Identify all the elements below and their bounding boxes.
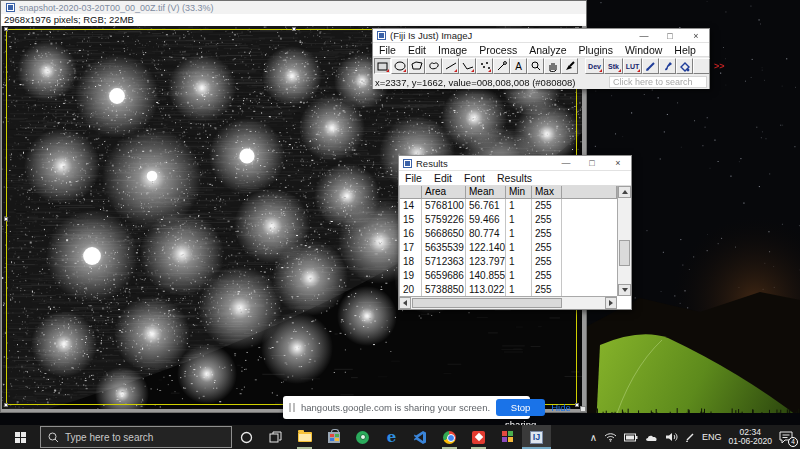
sharing-message: hangouts.google.com is sharing your scre… — [301, 402, 490, 413]
vertical-scroll-thumb[interactable] — [619, 240, 630, 266]
menu-file[interactable]: File — [399, 171, 428, 185]
language-indicator[interactable]: ENG — [702, 432, 722, 442]
speaker-icon[interactable] — [666, 432, 678, 442]
scroll-left-button[interactable] — [399, 297, 411, 309]
oval-tool[interactable] — [391, 58, 408, 74]
rectangle-tool[interactable] — [374, 58, 391, 74]
menu-edit[interactable]: Edit — [402, 43, 432, 57]
dev-tool-switch[interactable]: Dev — [585, 58, 604, 74]
edge-icon: e — [387, 430, 397, 444]
table-row[interactable]: 16566865080.7741255 — [400, 227, 617, 241]
menu-window[interactable]: Window — [619, 43, 668, 57]
lut-tool-switch[interactable]: LUT — [623, 58, 642, 74]
clock-date: 01-06-2020 — [729, 437, 772, 447]
col-area[interactable]: Area — [422, 186, 466, 199]
vscode-icon — [414, 431, 427, 444]
table-row[interactable]: 205738850113.0221255 — [400, 283, 617, 296]
stop-sharing-button[interactable]: Stop sharing — [496, 399, 545, 416]
microsoft-store-button[interactable] — [319, 425, 348, 449]
angle-tool[interactable] — [459, 58, 476, 74]
menu-plugins[interactable]: Plugins — [573, 43, 619, 57]
image-window-titlebar[interactable]: snapshot-2020-03-20T00_00_00Z.tif (V) (3… — [1, 1, 586, 14]
menu-file[interactable]: File — [373, 43, 402, 57]
color-picker-tool[interactable] — [561, 58, 578, 74]
red-app-button[interactable] — [464, 425, 493, 449]
minimize-button[interactable]: — — [631, 29, 657, 42]
results-menubar: File Edit Font Results — [399, 171, 631, 186]
table-row[interactable]: 15575922659.4661255 — [400, 213, 617, 227]
scroll-down-button[interactable] — [618, 284, 631, 296]
desktop: snapshot-2020-03-20T00_00_00Z.tif (V) (3… — [0, 0, 800, 449]
green-app-button[interactable] — [348, 425, 377, 449]
hide-button[interactable]: Hide — [551, 402, 571, 413]
text-tool[interactable]: A — [510, 58, 527, 74]
menu-font[interactable]: Font — [458, 171, 491, 185]
file-explorer-button[interactable] — [290, 425, 319, 449]
menu-analyze[interactable]: Analyze — [523, 43, 572, 57]
chrome-button[interactable] — [435, 425, 464, 449]
tray-chevron-up-icon[interactable]: ∧ — [590, 432, 597, 443]
battery-icon[interactable] — [624, 433, 638, 442]
menu-help[interactable]: Help — [668, 43, 702, 57]
fiji-search-input[interactable]: Click here to search — [609, 76, 707, 88]
office-app-button[interactable] — [493, 425, 522, 449]
action-center-button[interactable]: 4 — [779, 430, 794, 444]
horizontal-scrollbar[interactable] — [399, 296, 617, 309]
menu-results[interactable]: Results — [491, 171, 538, 185]
line-tool[interactable] — [442, 58, 459, 74]
col-max[interactable]: Max — [532, 186, 562, 199]
close-button[interactable]: × — [683, 29, 709, 42]
empty-tool-slot[interactable] — [693, 58, 710, 74]
menu-image[interactable]: Image — [432, 43, 473, 57]
results-titlebar[interactable]: Results — □ × — [399, 156, 631, 171]
flood-fill-tool[interactable] — [676, 58, 693, 74]
results-window[interactable]: Results — □ × File Edit Font Results Are… — [398, 155, 632, 310]
freehand-tool[interactable] — [425, 58, 442, 74]
imagej-window-icon — [6, 3, 15, 12]
stack-tool-switch[interactable]: Stk — [604, 58, 623, 74]
vertical-scrollbar[interactable] — [617, 186, 631, 296]
close-button[interactable]: × — [605, 156, 631, 170]
pencil-tool[interactable] — [642, 58, 659, 74]
windows-taskbar: Type here to search e — [0, 425, 800, 449]
scroll-up-button[interactable] — [618, 186, 631, 198]
drag-handle-icon[interactable] — [289, 403, 295, 412]
fiji-titlebar[interactable]: (Fiji Is Just) ImageJ — □ × — [373, 29, 709, 43]
table-row[interactable]: 175635539122.1401255 — [400, 241, 617, 255]
col-min[interactable]: Min — [506, 186, 532, 199]
onedrive-cloud-icon[interactable] — [645, 433, 659, 442]
table-row[interactable]: 185712363123.7971255 — [400, 255, 617, 269]
task-view-button[interactable] — [261, 425, 290, 449]
horizontal-scroll-thumb[interactable] — [412, 298, 562, 308]
file-explorer-icon — [298, 432, 312, 442]
wifi-icon[interactable] — [604, 432, 617, 442]
paintbrush-tool[interactable] — [659, 58, 676, 74]
pen-icon[interactable] — [685, 432, 695, 442]
maximize-button[interactable]: □ — [579, 156, 605, 170]
window-resize-grip[interactable] — [580, 406, 586, 412]
zoom-tool[interactable] — [527, 58, 544, 74]
imagej-taskbar-button[interactable]: IJ — [522, 425, 551, 449]
minimize-button[interactable]: — — [553, 156, 579, 170]
table-row[interactable]: 14576810056.7611255 — [400, 199, 617, 213]
vscode-button[interactable] — [406, 425, 435, 449]
office-grid-icon — [502, 431, 514, 443]
cortana-button[interactable] — [232, 425, 261, 449]
wand-tool[interactable] — [493, 58, 510, 74]
start-button[interactable] — [0, 425, 40, 449]
point-tool[interactable] — [476, 58, 493, 74]
table-row[interactable]: 195659686140.8551255 — [400, 269, 617, 283]
polygon-tool[interactable] — [408, 58, 425, 74]
fiji-main-window[interactable]: (Fiji Is Just) ImageJ — □ × File Edit Im… — [372, 28, 710, 89]
hand-tool[interactable] — [544, 58, 561, 74]
taskbar-search-input[interactable]: Type here to search — [40, 426, 232, 448]
scroll-right-button[interactable] — [605, 297, 617, 309]
maximize-button[interactable]: □ — [657, 29, 683, 42]
menu-process[interactable]: Process — [473, 43, 523, 57]
menu-edit[interactable]: Edit — [428, 171, 458, 185]
edge-button[interactable]: e — [377, 425, 406, 449]
col-mean[interactable]: Mean — [466, 186, 506, 199]
image-window-title: snapshot-2020-03-20T00_00_00Z.tif (V) (3… — [19, 3, 214, 13]
more-tools-button[interactable]: >> — [714, 61, 725, 71]
taskbar-clock[interactable]: 02:34 01-06-2020 — [729, 428, 772, 447]
